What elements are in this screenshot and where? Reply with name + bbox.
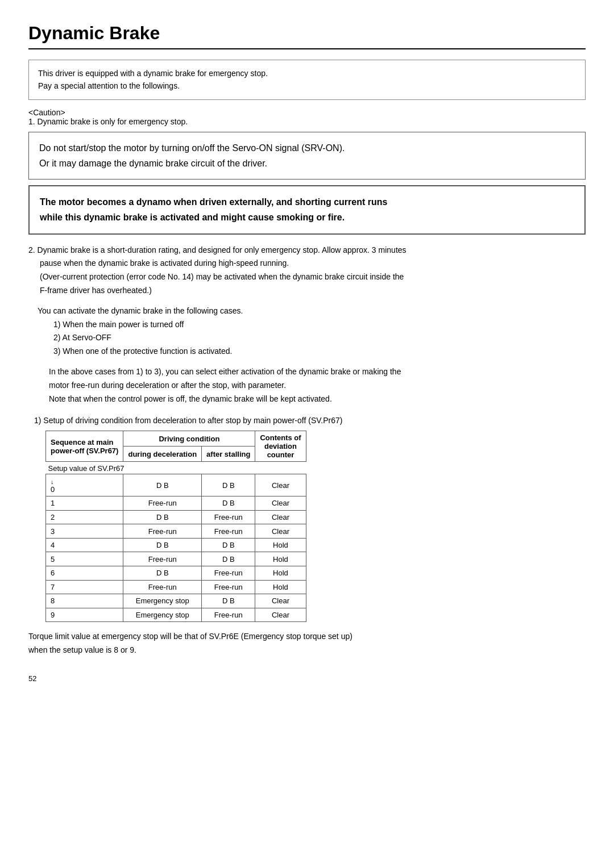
col-during-decel-header: during deceleration — [123, 446, 202, 462]
row-num-7: 7 — [46, 580, 123, 594]
row-after-5: D B — [202, 552, 255, 566]
row-after-1: D B — [202, 496, 255, 511]
caution-label: <Caution> — [28, 108, 586, 117]
warning-medium-line2: Or it may damage the dynamic brake circu… — [39, 156, 575, 171]
row-contents-2: Clear — [255, 510, 306, 524]
row-after-2: Free-run — [202, 510, 255, 524]
table-row: ↓0D BD BClear — [46, 474, 306, 496]
row-during-6: D B — [123, 566, 202, 581]
warning-medium-box: Do not start/stop the motor by turning o… — [28, 132, 586, 180]
row-contents-3: Clear — [255, 524, 306, 539]
row-num-1: 1 — [46, 496, 123, 511]
table-row: 3Free-runFree-runClear — [46, 524, 306, 539]
row-during-5: Free-run — [123, 552, 202, 566]
page-title: Dynamic Brake — [28, 23, 586, 49]
above-para3: Note that when the control power is off,… — [49, 393, 586, 406]
row-after-4: D B — [202, 538, 255, 552]
warning-large-line2: while this dynamic brake is activated an… — [40, 210, 574, 225]
row-during-9: Emergency stop — [123, 608, 202, 622]
row-num-9: 9 — [46, 608, 123, 622]
setup-title: 1) Setup of driving condition from decel… — [34, 416, 586, 425]
row-num-4: 4 — [46, 538, 123, 552]
row-contents-5: Hold — [255, 552, 306, 566]
above-para1: In the above cases from 1) to 3), you ca… — [49, 365, 586, 379]
col-driving-header: Driving condition — [123, 431, 255, 446]
row-during-7: Free-run — [123, 580, 202, 594]
info-box: This driver is equipped with a dynamic b… — [28, 60, 586, 100]
row-during-8: Emergency stop — [123, 594, 202, 608]
row-contents-9: Clear — [255, 608, 306, 622]
info-line2: Pay a special attention to the following… — [38, 80, 576, 92]
caution-point1: 1. Dynamic brake is only for emergency s… — [28, 117, 586, 126]
activate-item-1: 2) At Servo-OFF — [53, 331, 586, 345]
row-during-3: Free-run — [123, 524, 202, 539]
row-num-8: 8 — [46, 594, 123, 608]
table-row: 7Free-runFree-runHold — [46, 580, 306, 594]
row-after-3: Free-run — [202, 524, 255, 539]
point2-line3: (Over-current protection (error code No.… — [40, 270, 586, 284]
activate-intro: You can activate the dynamic brake in th… — [38, 304, 586, 358]
setup-section: 1) Setup of driving condition from decel… — [34, 416, 586, 619]
row-after-0: D B — [202, 474, 255, 496]
row-contents-4: Hold — [255, 538, 306, 552]
footer-line1: Torque limit value at emergency stop wil… — [28, 630, 586, 644]
table-row: 5Free-runD BHold — [46, 552, 306, 566]
row-num-3: 3 — [46, 524, 123, 539]
row-contents-7: Hold — [255, 580, 306, 594]
row-during-0: D B — [123, 474, 202, 496]
diagram-container: Sequence at main power-off (SV.Pr67) Dri… — [45, 431, 586, 619]
above-para2: motor free-run during deceleration or af… — [49, 379, 586, 393]
row-after-9: Free-run — [202, 608, 255, 622]
activate-intro-text: You can activate the dynamic brake in th… — [38, 304, 586, 318]
row-contents-8: Clear — [255, 594, 306, 608]
above-cases-section: In the above cases from 1) to 3), you ca… — [49, 365, 586, 406]
row-num-6: 6 — [46, 566, 123, 581]
point2-line2: pause when the dynamic brake is activate… — [40, 257, 586, 270]
table-row: 4D BD BHold — [46, 538, 306, 552]
table-row: 9Emergency stopFree-runClear — [46, 608, 306, 622]
footer-line2: when the setup value is 8 or 9. — [28, 644, 586, 657]
row-contents-6: Hold — [255, 566, 306, 581]
warning-medium-line1: Do not start/stop the motor by turning o… — [39, 140, 575, 156]
activate-item-2: 3) When one of the protective function i… — [53, 345, 586, 358]
row-num-0: ↓0 — [46, 474, 123, 496]
row-during-1: Free-run — [123, 496, 202, 511]
page-number: 52 — [28, 674, 586, 683]
row-after-8: D B — [202, 594, 255, 608]
col-after-stalling-header: after stalling — [202, 446, 255, 462]
table-row: 1Free-runD BClear — [46, 496, 306, 511]
point2-intro: 2. Dynamic brake is a short-duration rat… — [28, 244, 586, 257]
row-after-6: Free-run — [202, 566, 255, 581]
activate-item-0: 1) When the main power is turned off — [53, 318, 586, 332]
row-during-4: D B — [123, 538, 202, 552]
row-after-7: Free-run — [202, 580, 255, 594]
warning-large-box: The motor becomes a dynamo when driven e… — [28, 185, 586, 234]
caution-section: <Caution> 1. Dynamic brake is only for e… — [28, 108, 586, 126]
table-row: 6D BFree-runHold — [46, 566, 306, 581]
row-num-5: 5 — [46, 552, 123, 566]
point2-section: 2. Dynamic brake is a short-duration rat… — [28, 244, 586, 298]
table-row: 2D BFree-runClear — [46, 510, 306, 524]
col-sequence-header: Sequence at main power-off (SV.Pr67) — [46, 431, 123, 462]
row-contents-1: Clear — [255, 496, 306, 511]
table-row: 8Emergency stopD BClear — [46, 594, 306, 608]
setup-value-label: Setup value of SV.Pr67 — [46, 462, 306, 474]
warning-large-line1: The motor becomes a dynamo when driven e… — [40, 194, 574, 210]
main-diagram-table: Sequence at main power-off (SV.Pr67) Dri… — [45, 431, 306, 619]
footer-section: Torque limit value at emergency stop wil… — [28, 630, 586, 657]
info-line1: This driver is equipped with a dynamic b… — [38, 67, 576, 80]
col-contents-header: Contents of deviation counter — [255, 431, 306, 462]
row-contents-0: Clear — [255, 474, 306, 496]
row-num-2: 2 — [46, 510, 123, 524]
row-during-2: D B — [123, 510, 202, 524]
point2-line4: F-frame driver has overheated.) — [40, 284, 586, 298]
